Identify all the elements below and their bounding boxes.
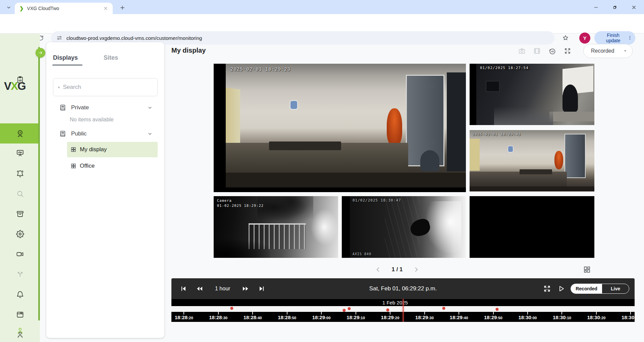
- next-page-button[interactable]: [412, 265, 421, 274]
- close-icon: [631, 5, 637, 10]
- fast-forward-icon: [241, 285, 250, 293]
- camera-timestamp-overlay: 01/02/2025 18:27:54: [479, 66, 530, 70]
- export-clip-button[interactable]: [531, 45, 543, 57]
- skip-to-start-button[interactable]: [179, 284, 188, 293]
- camera-scene: [226, 64, 466, 187]
- display-search-box[interactable]: [53, 78, 158, 96]
- sidebar-search-icon[interactable]: [0, 186, 40, 202]
- timeline-interval-button[interactable]: 1 hour: [215, 286, 230, 292]
- timeline-tick-label: 18:28:20: [175, 315, 193, 320]
- browser-tab[interactable]: ❯ VXG CloudTwo: [15, 3, 113, 14]
- kebab-menu-icon[interactable]: [627, 35, 633, 41]
- bookmark-star-button[interactable]: [560, 32, 571, 44]
- camera-tile-6-offline[interactable]: [470, 196, 594, 258]
- tree-group-private[interactable]: Private: [53, 101, 158, 114]
- browser-toolbar: cloudtwo-prod.vxgdemo.cloud-vms.com/cust…: [0, 14, 644, 34]
- dashboard-layout-icon: [583, 266, 591, 274]
- sidebar-notifications-bell-icon[interactable]: [0, 286, 40, 302]
- toggle-live[interactable]: Live: [602, 284, 629, 293]
- finish-update-button[interactable]: Finish update: [594, 31, 635, 45]
- search-icon: [58, 87, 60, 88]
- chevron-left-icon: [374, 266, 382, 273]
- new-tab-button[interactable]: [118, 3, 127, 12]
- timeline-tick-label: 18:29:50: [484, 315, 502, 320]
- timeline-event-dot: [343, 309, 346, 312]
- camera-label-overlay: AXIS 840: [353, 252, 371, 256]
- timeline-tick-label: 18:29:00: [312, 315, 331, 320]
- window-restore-button[interactable]: [607, 3, 622, 12]
- sidebar-settings-gear-icon[interactable]: [0, 226, 40, 242]
- sidebar-routing-icon[interactable]: [0, 266, 40, 282]
- tree-item-office[interactable]: Office: [67, 158, 158, 174]
- camera-scene: [476, 64, 594, 125]
- tree-item-my-display[interactable]: My display: [67, 142, 158, 157]
- sidebar-profile-icon[interactable]: [0, 323, 40, 339]
- skip-start-icon: [180, 285, 187, 292]
- tab-close-button[interactable]: [102, 5, 109, 12]
- rewind-45-button[interactable]: 45: [546, 45, 558, 57]
- camera-tile-2[interactable]: 01/02/2025 18:27:54: [470, 64, 594, 125]
- vxg-favicon-icon: ❯: [19, 5, 24, 11]
- book-icon: [59, 104, 66, 111]
- window-close-button[interactable]: [627, 3, 641, 12]
- tab-title: VXG CloudTwo: [27, 6, 102, 11]
- sidebar-video-recorder-icon[interactable]: [0, 246, 40, 262]
- chevron-down-icon[interactable]: [147, 105, 153, 111]
- plus-icon: [119, 5, 125, 11]
- timeline-tick: [459, 312, 459, 315]
- sidebar-cameras-icon[interactable]: [0, 125, 40, 141]
- skip-to-end-button[interactable]: [257, 284, 266, 293]
- sidebar-alarm-bell-icon[interactable]: [0, 166, 40, 182]
- camera-timestamp-overlay: 01/02/2025 18:30:47: [353, 198, 401, 203]
- timeline-event-dot: [495, 308, 498, 311]
- app-window: ❯ VXG CloudTwo clou: [0, 0, 644, 342]
- displays-panel: Displays Sites Private No items availabl…: [46, 42, 164, 338]
- toggle-recorded[interactable]: Recorded: [571, 284, 602, 293]
- tab-sites[interactable]: Sites: [104, 54, 118, 61]
- site-settings-icon[interactable]: [56, 35, 62, 41]
- fullscreen-button[interactable]: [561, 45, 574, 57]
- tree-group-public[interactable]: Public: [53, 127, 158, 140]
- timeline-cursor[interactable]: [403, 299, 404, 322]
- play-button[interactable]: [556, 284, 566, 293]
- url-text: cloudtwo-prod.vxgdemo.cloud-vms.com/cust…: [66, 35, 202, 41]
- camera-tile-5[interactable]: 01/02/2025 18:30:47 AXIS 840: [342, 196, 466, 258]
- timeline-tick: [596, 312, 597, 315]
- timeline-ruler[interactable]: 1 Feb 2025 18:28:2018:28:3018:28:4018:28…: [171, 299, 635, 322]
- star-icon: [562, 35, 569, 41]
- tree-empty-message: No items available: [70, 117, 114, 123]
- prev-page-button[interactable]: [373, 265, 383, 274]
- timeline-event-dot: [348, 307, 351, 310]
- mode-select-dropdown[interactable]: Recorded: [583, 44, 633, 58]
- play-icon: [557, 285, 565, 293]
- camera-tile-3[interactable]: 2025-02-01 18:29:43: [470, 130, 594, 191]
- window-minimize-button[interactable]: [589, 3, 603, 12]
- chevron-down-icon[interactable]: [147, 131, 153, 137]
- camera-tile-4[interactable]: Camera 01-02-2025 18:29:22: [214, 196, 338, 258]
- tab-search-button[interactable]: [4, 3, 13, 12]
- page-title: My display: [171, 47, 206, 54]
- profile-avatar[interactable]: Y: [579, 33, 590, 44]
- sidebar-display-health-icon[interactable]: [0, 145, 40, 161]
- camera-tile-1[interactable]: 2025-02-01 18:29:23: [214, 64, 466, 192]
- snapshot-button[interactable]: [516, 45, 528, 57]
- sidebar-calendar-icon[interactable]: [0, 306, 40, 323]
- fast-forward-button[interactable]: [241, 284, 250, 293]
- search-input[interactable]: [63, 84, 153, 91]
- tab-displays[interactable]: Displays: [53, 54, 78, 61]
- history-45-icon: 45: [548, 47, 556, 55]
- timeline-fullscreen-button[interactable]: [542, 284, 552, 293]
- timeline-tick: [183, 312, 184, 315]
- timeline-date-label: 1 Feb 2025: [382, 300, 408, 305]
- panel-collapse-toggle[interactable]: [36, 48, 45, 58]
- sidebar-reports-clipboard-icon[interactable]: [0, 72, 40, 88]
- layout-grid-button[interactable]: [581, 264, 593, 276]
- sidebar-archive-icon[interactable]: [0, 206, 40, 222]
- browser-titlebar: ❯ VXG CloudTwo: [0, 0, 644, 14]
- timeline-tick: [218, 312, 219, 315]
- active-tab-underline: [52, 64, 83, 66]
- timeline-tick-label: 18:28:30: [209, 315, 227, 320]
- rewind-button[interactable]: [195, 284, 204, 293]
- timeline-tick-label: 18:29:40: [450, 315, 468, 320]
- avatar-initial: Y: [583, 35, 586, 41]
